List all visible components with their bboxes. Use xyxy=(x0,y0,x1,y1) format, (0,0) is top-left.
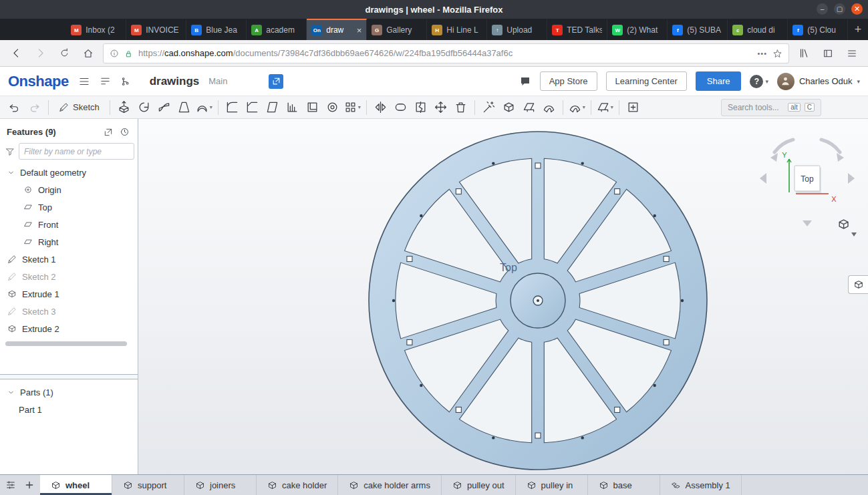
hamburger-menu-icon[interactable] xyxy=(843,44,861,63)
help-menu[interactable]: ? ▾ xyxy=(750,75,768,88)
share-button[interactable]: Share xyxy=(696,71,742,91)
delete-part-tool-button[interactable] xyxy=(452,98,470,117)
rib-tool-button[interactable] xyxy=(283,98,301,117)
close-button[interactable]: ✕ xyxy=(851,3,863,15)
browser-tab[interactable]: TTED Talks xyxy=(547,19,607,40)
thicken-tool-button[interactable]: ▾ xyxy=(195,98,213,117)
forward-button[interactable] xyxy=(31,44,49,63)
browser-tab[interactable]: ccloud di xyxy=(728,19,788,40)
viewcube-arrow-right[interactable] xyxy=(848,173,855,184)
undo-button[interactable] xyxy=(5,98,23,117)
maximize-button[interactable]: ▢ xyxy=(834,3,845,15)
draft-tool-button[interactable] xyxy=(263,98,281,117)
panel-splitter[interactable] xyxy=(0,374,138,379)
user-menu[interactable]: Charles Oduk ▾ xyxy=(777,73,860,90)
feature-group-default-geometry[interactable]: Default geometry xyxy=(0,164,138,181)
browser-tab[interactable]: MINVOICE xyxy=(126,19,186,40)
browser-tab[interactable]: f(5) SUBA xyxy=(668,19,728,40)
help-icon[interactable]: ? xyxy=(750,75,763,88)
rotate-cw-arrowhead[interactable] xyxy=(837,153,844,162)
minimize-button[interactable]: – xyxy=(817,3,828,15)
back-button[interactable] xyxy=(7,44,25,63)
learning-center-button[interactable]: Learning Center xyxy=(606,71,687,91)
document-tab-wheel[interactable]: wheel xyxy=(40,475,112,495)
secure-lock-icon[interactable] xyxy=(124,48,133,58)
browser-tab[interactable]: f(5) Clou xyxy=(788,19,848,40)
right-panel-flyout[interactable] xyxy=(848,275,868,294)
parts-group-header[interactable]: Parts (1) xyxy=(0,383,138,401)
view-menu-caret[interactable] xyxy=(851,232,857,236)
browser-tab[interactable]: HHi Line L xyxy=(427,19,487,40)
workspace-name[interactable]: Main xyxy=(208,76,227,86)
shell-tool-button[interactable] xyxy=(303,98,321,117)
feature-item-extrude-1[interactable]: Extrude 1 xyxy=(0,285,138,303)
offset-surface-tool-button[interactable] xyxy=(540,98,558,117)
shared-doc-icon[interactable] xyxy=(269,74,283,89)
fillet-surface-tool-button[interactable]: ▾ xyxy=(568,98,586,117)
chamfer-tool-button[interactable] xyxy=(243,98,261,117)
revolve-tool-button[interactable] xyxy=(135,98,153,117)
feature-item-sketch-3[interactable]: Sketch 3 xyxy=(0,303,138,320)
feature-item-front[interactable]: Front xyxy=(0,216,138,233)
bookmark-star-icon[interactable] xyxy=(772,47,782,58)
document-tab-cake-holder-arms[interactable]: cake holder arms xyxy=(338,475,442,495)
browser-tab[interactable]: Aacadem xyxy=(247,19,307,40)
feedback-chat-icon[interactable] xyxy=(519,75,531,88)
home-button[interactable] xyxy=(79,44,98,63)
feature-item-origin[interactable]: Origin xyxy=(0,181,138,198)
browser-tab[interactable]: MInbox (2 xyxy=(66,19,126,40)
horizontal-scrollbar[interactable] xyxy=(5,341,127,346)
new-browser-tab-button[interactable]: + xyxy=(848,19,868,40)
transform-tool-button[interactable] xyxy=(432,98,450,117)
boolean-tool-button[interactable] xyxy=(392,98,410,117)
view-cube[interactable]: Top Y X xyxy=(740,131,857,244)
rotate-ccw-arrowhead[interactable] xyxy=(770,153,778,162)
linear-pattern-tool-button[interactable]: ▾ xyxy=(343,98,361,117)
feature-item-top[interactable]: Top xyxy=(0,198,138,216)
mirror-tool-button[interactable] xyxy=(372,98,390,117)
user-avatar[interactable] xyxy=(777,73,794,90)
sidebar-toggle-icon[interactable] xyxy=(819,44,837,63)
view-menu-cube-icon[interactable] xyxy=(839,220,848,228)
model-canvas[interactable]: Top Top Y X xyxy=(138,119,868,474)
onshape-logo[interactable]: Onshape xyxy=(8,73,69,90)
feature-item-sketch-1[interactable]: Sketch 1 xyxy=(0,251,138,268)
document-tab-base[interactable]: base xyxy=(588,475,660,495)
feature-item-right[interactable]: Right xyxy=(0,233,138,251)
history-icon[interactable] xyxy=(120,127,130,137)
reload-button[interactable] xyxy=(55,44,74,63)
browser-tab[interactable]: GGallery xyxy=(367,19,427,40)
fillet-tool-button[interactable] xyxy=(223,98,241,117)
redo-button[interactable] xyxy=(25,98,43,117)
sweep-tool-button[interactable] xyxy=(155,98,173,117)
tab-close-icon[interactable]: × xyxy=(357,25,362,35)
modify-fillet-tool-button[interactable] xyxy=(480,98,498,117)
add-tab-button[interactable] xyxy=(24,480,35,490)
browser-tab[interactable]: W(2) What xyxy=(607,19,668,40)
hole-tool-button[interactable] xyxy=(323,98,341,117)
split-tool-button[interactable] xyxy=(412,98,430,117)
page-actions-icon[interactable]: ••• xyxy=(757,49,767,57)
url-bar[interactable]: https:// cad.onshape.com /documents/7398… xyxy=(103,43,789,63)
feature-item-extrude-2[interactable]: Extrude 2 xyxy=(0,320,138,337)
document-tab-pulley-out[interactable]: pulley out xyxy=(442,475,516,495)
part-item-part-1[interactable]: Part 1 xyxy=(0,401,138,418)
versions-icon[interactable] xyxy=(120,76,131,87)
feature-list-icon[interactable] xyxy=(100,75,111,87)
panel-popout-icon[interactable] xyxy=(104,128,113,137)
loft-tool-button[interactable] xyxy=(175,98,193,117)
document-tab-pulley-in[interactable]: pulley in xyxy=(516,475,588,495)
document-tab-cake-holder[interactable]: cake holder xyxy=(257,475,338,495)
sheet-metal-tool-button[interactable]: ▾ xyxy=(596,98,614,117)
document-menu-icon[interactable] xyxy=(78,75,90,88)
document-tab-assembly-1[interactable]: Assembly 1 xyxy=(660,475,742,495)
filter-funnel-icon[interactable] xyxy=(5,147,15,156)
feature-item-sketch-2[interactable]: Sketch 2 xyxy=(0,268,138,285)
document-tab-joiners[interactable]: joiners xyxy=(184,475,257,495)
app-store-button[interactable]: App Store xyxy=(540,71,597,91)
custom-feature-tool-button[interactable] xyxy=(624,98,642,117)
viewcube-arrow-down[interactable] xyxy=(803,220,812,226)
browser-tab[interactable]: Ondraw× xyxy=(307,19,367,40)
browser-tab[interactable]: ↑Upload xyxy=(487,19,547,40)
wheel-part[interactable] xyxy=(369,132,707,470)
